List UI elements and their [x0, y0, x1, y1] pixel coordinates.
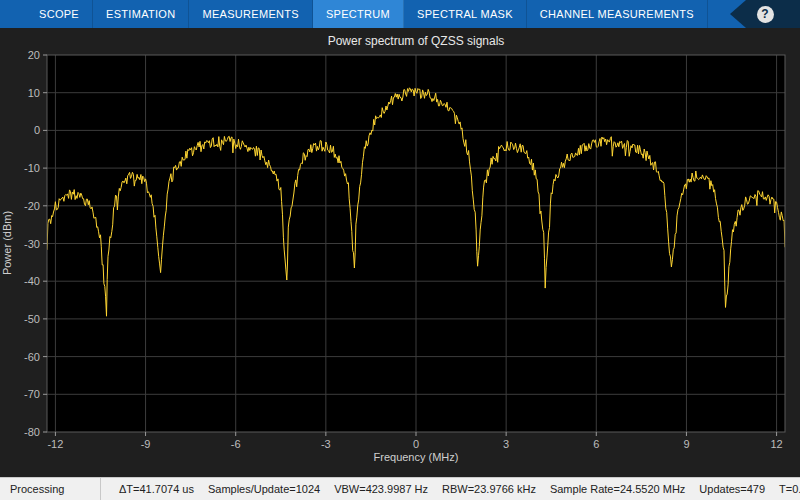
y-tick-label: -40: [24, 275, 40, 287]
y-tick-label: 10: [28, 87, 40, 99]
y-tick-label: 0: [34, 124, 40, 136]
y-tick-label: -30: [24, 238, 40, 250]
status-stat: RBW=23.9766 kHz: [442, 483, 536, 495]
status-stat: Sample Rate=24.5520 MHz: [550, 483, 685, 495]
status-stat: ΔT=41.7074 us: [119, 483, 194, 495]
y-tick-label: -50: [24, 313, 40, 325]
status-stat: Samples/Update=1024: [208, 483, 320, 495]
y-tick-label: -60: [24, 351, 40, 363]
x-tick-label: -12: [47, 438, 63, 450]
status-state: Processing: [0, 478, 101, 500]
x-tick-label: 9: [683, 438, 689, 450]
status-bar: Processing ΔT=41.7074 usSamples/Update=1…: [0, 477, 800, 500]
scope-figure: -12-9-6-303691220100-10-20-30-40-50-60-7…: [0, 28, 800, 478]
tab-channel-measurements[interactable]: CHANNEL MEASUREMENTS: [527, 0, 708, 28]
toolbar-tabs: SCOPEESTIMATIONMEASUREMENTSSPECTRUMSPECT…: [0, 0, 708, 28]
x-tick-label: 6: [593, 438, 599, 450]
y-axis-label: Power (dBm): [1, 211, 13, 275]
x-tick-label: -3: [321, 438, 331, 450]
y-tick-label: -70: [24, 388, 40, 400]
help-button[interactable]: ?: [757, 6, 774, 23]
x-tick-label: 3: [503, 438, 509, 450]
status-stat: T=0.02: [779, 483, 800, 495]
x-tick-label: -9: [141, 438, 151, 450]
help-banner: ?: [730, 0, 800, 28]
plot-title: Power spectrum of QZSS signals: [328, 34, 505, 48]
y-tick-label: -80: [24, 426, 40, 438]
x-axis-label: Frequency (MHz): [374, 451, 459, 463]
tab-scope[interactable]: SCOPE: [26, 0, 93, 28]
spectrum-analyzer-window: SCOPEESTIMATIONMEASUREMENTSSPECTRUMSPECT…: [0, 0, 800, 500]
x-tick-label: -6: [231, 438, 241, 450]
tab-measurements[interactable]: MEASUREMENTS: [189, 0, 313, 28]
y-tick-label: 20: [28, 49, 40, 61]
y-tick-label: -20: [24, 200, 40, 212]
tab-estimation[interactable]: ESTIMATION: [93, 0, 189, 28]
tab-spectrum[interactable]: SPECTRUM: [313, 0, 404, 28]
toolstrip: SCOPEESTIMATIONMEASUREMENTSSPECTRUMSPECT…: [0, 0, 800, 28]
y-tick-label: -10: [24, 162, 40, 174]
tab-spectral-mask[interactable]: SPECTRAL MASK: [404, 0, 527, 28]
x-tick-label: 0: [413, 438, 419, 450]
spectrum-plot: -12-9-6-303691220100-10-20-30-40-50-60-7…: [0, 28, 800, 478]
status-stat: VBW=423.9987 Hz: [334, 483, 428, 495]
x-tick-label: 12: [770, 438, 782, 450]
status-stat: Updates=479: [699, 483, 765, 495]
status-stats: ΔT=41.7074 usSamples/Update=1024VBW=423.…: [101, 483, 800, 495]
